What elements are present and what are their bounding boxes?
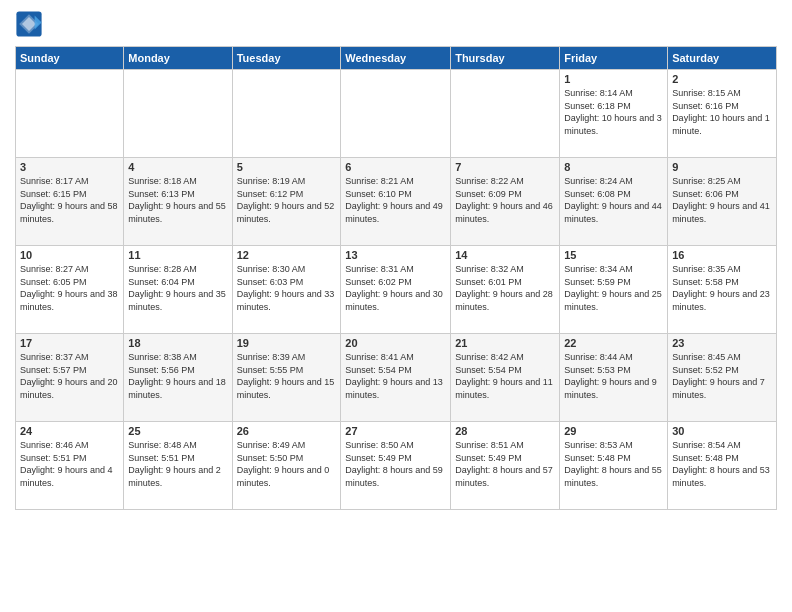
day-info: Sunrise: 8:48 AMSunset: 5:51 PMDaylight:… — [128, 439, 227, 489]
calendar-cell: 7Sunrise: 8:22 AMSunset: 6:09 PMDaylight… — [451, 158, 560, 246]
calendar-cell: 1Sunrise: 8:14 AMSunset: 6:18 PMDaylight… — [560, 70, 668, 158]
day-info: Sunrise: 8:45 AMSunset: 5:52 PMDaylight:… — [672, 351, 772, 401]
day-info: Sunrise: 8:49 AMSunset: 5:50 PMDaylight:… — [237, 439, 337, 489]
day-of-week-header: Friday — [560, 47, 668, 70]
calendar-cell: 18Sunrise: 8:38 AMSunset: 5:56 PMDayligh… — [124, 334, 232, 422]
day-number: 9 — [672, 161, 772, 173]
day-number: 12 — [237, 249, 337, 261]
day-number: 6 — [345, 161, 446, 173]
day-number: 23 — [672, 337, 772, 349]
day-number: 10 — [20, 249, 119, 261]
calendar-cell: 2Sunrise: 8:15 AMSunset: 6:16 PMDaylight… — [668, 70, 777, 158]
calendar-header-row: SundayMondayTuesdayWednesdayThursdayFrid… — [16, 47, 777, 70]
calendar-week-row: 3Sunrise: 8:17 AMSunset: 6:15 PMDaylight… — [16, 158, 777, 246]
day-number: 24 — [20, 425, 119, 437]
day-number: 18 — [128, 337, 227, 349]
day-number: 17 — [20, 337, 119, 349]
day-number: 5 — [237, 161, 337, 173]
calendar-week-row: 24Sunrise: 8:46 AMSunset: 5:51 PMDayligh… — [16, 422, 777, 510]
day-info: Sunrise: 8:32 AMSunset: 6:01 PMDaylight:… — [455, 263, 555, 313]
calendar-cell: 30Sunrise: 8:54 AMSunset: 5:48 PMDayligh… — [668, 422, 777, 510]
day-number: 13 — [345, 249, 446, 261]
day-info: Sunrise: 8:42 AMSunset: 5:54 PMDaylight:… — [455, 351, 555, 401]
calendar-cell — [124, 70, 232, 158]
day-info: Sunrise: 8:28 AMSunset: 6:04 PMDaylight:… — [128, 263, 227, 313]
calendar-cell: 27Sunrise: 8:50 AMSunset: 5:49 PMDayligh… — [341, 422, 451, 510]
calendar-week-row: 17Sunrise: 8:37 AMSunset: 5:57 PMDayligh… — [16, 334, 777, 422]
day-number: 27 — [345, 425, 446, 437]
day-info: Sunrise: 8:38 AMSunset: 5:56 PMDaylight:… — [128, 351, 227, 401]
day-info: Sunrise: 8:37 AMSunset: 5:57 PMDaylight:… — [20, 351, 119, 401]
day-info: Sunrise: 8:41 AMSunset: 5:54 PMDaylight:… — [345, 351, 446, 401]
day-info: Sunrise: 8:17 AMSunset: 6:15 PMDaylight:… — [20, 175, 119, 225]
calendar-cell: 29Sunrise: 8:53 AMSunset: 5:48 PMDayligh… — [560, 422, 668, 510]
day-number: 4 — [128, 161, 227, 173]
day-info: Sunrise: 8:51 AMSunset: 5:49 PMDaylight:… — [455, 439, 555, 489]
day-info: Sunrise: 8:44 AMSunset: 5:53 PMDaylight:… — [564, 351, 663, 401]
day-info: Sunrise: 8:46 AMSunset: 5:51 PMDaylight:… — [20, 439, 119, 489]
day-info: Sunrise: 8:35 AMSunset: 5:58 PMDaylight:… — [672, 263, 772, 313]
day-number: 15 — [564, 249, 663, 261]
calendar-cell: 23Sunrise: 8:45 AMSunset: 5:52 PMDayligh… — [668, 334, 777, 422]
calendar-cell: 8Sunrise: 8:24 AMSunset: 6:08 PMDaylight… — [560, 158, 668, 246]
day-info: Sunrise: 8:30 AMSunset: 6:03 PMDaylight:… — [237, 263, 337, 313]
calendar-cell: 28Sunrise: 8:51 AMSunset: 5:49 PMDayligh… — [451, 422, 560, 510]
calendar-cell — [451, 70, 560, 158]
calendar-week-row: 10Sunrise: 8:27 AMSunset: 6:05 PMDayligh… — [16, 246, 777, 334]
day-info: Sunrise: 8:34 AMSunset: 5:59 PMDaylight:… — [564, 263, 663, 313]
day-info: Sunrise: 8:53 AMSunset: 5:48 PMDaylight:… — [564, 439, 663, 489]
day-of-week-header: Thursday — [451, 47, 560, 70]
day-number: 25 — [128, 425, 227, 437]
calendar-cell — [16, 70, 124, 158]
calendar-cell — [232, 70, 341, 158]
calendar-cell: 5Sunrise: 8:19 AMSunset: 6:12 PMDaylight… — [232, 158, 341, 246]
day-number: 8 — [564, 161, 663, 173]
day-number: 29 — [564, 425, 663, 437]
day-of-week-header: Saturday — [668, 47, 777, 70]
calendar-cell: 19Sunrise: 8:39 AMSunset: 5:55 PMDayligh… — [232, 334, 341, 422]
day-info: Sunrise: 8:39 AMSunset: 5:55 PMDaylight:… — [237, 351, 337, 401]
page: SundayMondayTuesdayWednesdayThursdayFrid… — [0, 0, 792, 612]
day-info: Sunrise: 8:24 AMSunset: 6:08 PMDaylight:… — [564, 175, 663, 225]
day-number: 11 — [128, 249, 227, 261]
day-info: Sunrise: 8:19 AMSunset: 6:12 PMDaylight:… — [237, 175, 337, 225]
day-number: 2 — [672, 73, 772, 85]
day-number: 7 — [455, 161, 555, 173]
day-info: Sunrise: 8:50 AMSunset: 5:49 PMDaylight:… — [345, 439, 446, 489]
header — [15, 10, 777, 38]
day-number: 16 — [672, 249, 772, 261]
day-of-week-header: Wednesday — [341, 47, 451, 70]
day-number: 26 — [237, 425, 337, 437]
day-of-week-header: Tuesday — [232, 47, 341, 70]
day-number: 14 — [455, 249, 555, 261]
day-info: Sunrise: 8:25 AMSunset: 6:06 PMDaylight:… — [672, 175, 772, 225]
day-number: 22 — [564, 337, 663, 349]
day-number: 30 — [672, 425, 772, 437]
calendar-cell: 13Sunrise: 8:31 AMSunset: 6:02 PMDayligh… — [341, 246, 451, 334]
calendar-cell: 9Sunrise: 8:25 AMSunset: 6:06 PMDaylight… — [668, 158, 777, 246]
calendar-cell: 10Sunrise: 8:27 AMSunset: 6:05 PMDayligh… — [16, 246, 124, 334]
day-number: 28 — [455, 425, 555, 437]
day-info: Sunrise: 8:18 AMSunset: 6:13 PMDaylight:… — [128, 175, 227, 225]
day-number: 21 — [455, 337, 555, 349]
day-info: Sunrise: 8:31 AMSunset: 6:02 PMDaylight:… — [345, 263, 446, 313]
calendar-cell: 17Sunrise: 8:37 AMSunset: 5:57 PMDayligh… — [16, 334, 124, 422]
day-info: Sunrise: 8:22 AMSunset: 6:09 PMDaylight:… — [455, 175, 555, 225]
day-number: 19 — [237, 337, 337, 349]
calendar-cell: 22Sunrise: 8:44 AMSunset: 5:53 PMDayligh… — [560, 334, 668, 422]
day-info: Sunrise: 8:15 AMSunset: 6:16 PMDaylight:… — [672, 87, 772, 137]
calendar-cell: 24Sunrise: 8:46 AMSunset: 5:51 PMDayligh… — [16, 422, 124, 510]
calendar-cell: 21Sunrise: 8:42 AMSunset: 5:54 PMDayligh… — [451, 334, 560, 422]
day-info: Sunrise: 8:14 AMSunset: 6:18 PMDaylight:… — [564, 87, 663, 137]
day-info: Sunrise: 8:21 AMSunset: 6:10 PMDaylight:… — [345, 175, 446, 225]
logo — [15, 10, 47, 38]
calendar-cell — [341, 70, 451, 158]
calendar-cell: 14Sunrise: 8:32 AMSunset: 6:01 PMDayligh… — [451, 246, 560, 334]
calendar-cell: 26Sunrise: 8:49 AMSunset: 5:50 PMDayligh… — [232, 422, 341, 510]
calendar-cell: 4Sunrise: 8:18 AMSunset: 6:13 PMDaylight… — [124, 158, 232, 246]
calendar-cell: 20Sunrise: 8:41 AMSunset: 5:54 PMDayligh… — [341, 334, 451, 422]
calendar: SundayMondayTuesdayWednesdayThursdayFrid… — [15, 46, 777, 510]
day-of-week-header: Monday — [124, 47, 232, 70]
calendar-cell: 15Sunrise: 8:34 AMSunset: 5:59 PMDayligh… — [560, 246, 668, 334]
calendar-cell: 6Sunrise: 8:21 AMSunset: 6:10 PMDaylight… — [341, 158, 451, 246]
